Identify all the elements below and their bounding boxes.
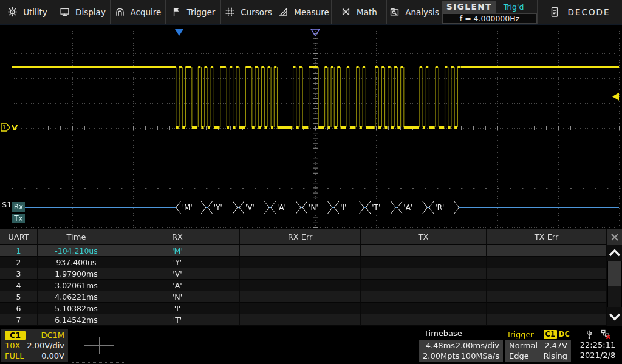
frequency-counter: f = 4.000000Hz	[442, 13, 537, 24]
table-cell: 4	[0, 280, 38, 291]
table-cell	[487, 268, 607, 280]
menu-item-display[interactable]: Display	[55, 0, 111, 24]
plus-icon	[99, 337, 100, 354]
menu-item-cursors[interactable]: Cursors	[221, 0, 276, 24]
trigger-type: Edge	[509, 351, 529, 361]
menu-item-label: Acquire	[131, 7, 162, 17]
table-row-4[interactable]: 43.02061ms'A'	[0, 280, 607, 291]
timebase-delay: -4.48ms	[423, 340, 455, 351]
table-cell: 'T'	[115, 314, 240, 326]
table-cell: 6	[0, 303, 38, 314]
table-cell	[487, 245, 607, 257]
measure-icon	[278, 7, 289, 17]
usb-icon	[584, 329, 594, 340]
vertical-scale: 2.00V/div	[27, 341, 64, 350]
menu-item-label: Utility	[23, 7, 47, 17]
cursors-icon	[225, 7, 235, 17]
trigger-label: Trigger	[507, 330, 534, 339]
gear-icon	[7, 7, 18, 17]
table-cell	[487, 280, 607, 291]
table-header-cell: TX	[361, 229, 487, 245]
bandwidth-limit: FULL	[5, 351, 24, 360]
table-cell	[240, 280, 361, 291]
table-cell: 'A'	[115, 280, 240, 291]
table-cell	[487, 314, 607, 326]
channel-coupling: DC1M	[41, 331, 64, 340]
table-header-cell: RX Err	[240, 229, 361, 245]
table-cell: 4.06221ms	[38, 291, 115, 303]
scroll-up-button[interactable]	[607, 245, 622, 261]
rx-badge[interactable]: Rx	[12, 202, 25, 212]
analysis-icon	[389, 7, 400, 17]
table-cell: 5.10382ms	[38, 303, 115, 314]
trigger-info-box[interactable]: Trigger C1 DC Normal 2.47V Edge Rising	[505, 329, 571, 362]
table-row-7[interactable]: 76.14542ms'T'	[0, 314, 607, 326]
menu-item-math[interactable]: Math	[332, 0, 387, 24]
table-cell	[240, 303, 361, 314]
scroll-down-button[interactable]	[607, 307, 622, 326]
oscilloscope-screen: UtilityDisplayAcquireTriggerCursorsMeasu…	[0, 0, 622, 364]
table-scrollbar[interactable]	[608, 261, 621, 307]
menu-item-label: Display	[75, 7, 106, 17]
table-cell	[361, 303, 487, 314]
menu-item-measure[interactable]: Measure	[276, 0, 332, 24]
table-header-cell: TX Err	[487, 229, 607, 245]
table-cell: 'M'	[115, 245, 240, 257]
timebase-info-box[interactable]: Timebase -4.48ms 2.00ms/div 2.00Mpts 100…	[419, 329, 503, 362]
table-cell	[361, 280, 487, 291]
system-time: 22:25:11	[573, 340, 622, 350]
table-cell	[240, 314, 361, 326]
table-cell	[240, 291, 361, 303]
channel-1-info-box[interactable]: C1 DC1M 10X 2.00V/div FULL 0.00V	[1, 329, 68, 362]
table-cell	[487, 291, 607, 303]
table-row-5[interactable]: 54.06221ms'N'	[0, 291, 607, 303]
table-header-cell: UART	[0, 229, 38, 245]
table-cell: 7	[0, 314, 38, 326]
table-close-button[interactable]	[607, 229, 622, 245]
table-row-3[interactable]: 31.97900ms'V'	[0, 268, 607, 280]
table-cell: 1	[0, 245, 38, 257]
acquire-icon	[115, 7, 125, 17]
table-cell	[240, 257, 361, 268]
clipboard-icon	[550, 6, 559, 18]
flag-icon	[171, 7, 182, 17]
table-row-1[interactable]: 1-104.210us'M'	[0, 245, 607, 257]
waveform-display[interactable]	[0, 25, 622, 229]
probe-attenuation: 10X	[5, 341, 20, 350]
vertical-offset: 0.00V	[41, 351, 64, 360]
table-row-6[interactable]: 65.10382ms'I'	[0, 303, 607, 314]
table-cell: 'V'	[115, 268, 240, 280]
menu-item-utility[interactable]: Utility	[0, 0, 55, 24]
trigger-level: 2.47V	[544, 340, 567, 351]
memory-depth: 2.00Mpts	[423, 351, 459, 361]
channel-1-badge[interactable]: C1	[5, 331, 26, 340]
table-cell: 'I'	[115, 303, 240, 314]
trigger-coupling: DC	[559, 330, 570, 339]
table-side-controls	[607, 229, 622, 326]
table-cell	[240, 245, 361, 257]
table-cell: 3.02061ms	[38, 280, 115, 291]
table-cell	[240, 268, 361, 280]
table-cell	[361, 257, 487, 268]
menu-item-label: Cursors	[241, 7, 272, 17]
menu-item-analysis[interactable]: Analysis	[387, 0, 442, 24]
scrollbar-thumb[interactable]	[608, 261, 621, 286]
menu-item-trigger[interactable]: Trigger	[166, 0, 221, 24]
menu-bar-items: UtilityDisplayAcquireTriggerCursorsMeasu…	[0, 0, 442, 24]
table-row-2[interactable]: 2937.400us'Y'	[0, 257, 607, 268]
brand-block: SIGLENT Trig'd f = 4.000000Hz	[442, 0, 537, 24]
table-cell	[361, 245, 487, 257]
decode-dialog-title[interactable]: DECODE	[537, 0, 622, 24]
table-cell: -104.210us	[38, 245, 115, 257]
tx-badge[interactable]: Tx	[12, 214, 25, 223]
add-channel-placeholder[interactable]	[72, 329, 126, 363]
timebase-scale: 2.00ms/div	[456, 340, 499, 351]
table-cell	[487, 257, 607, 268]
menu-item-acquire[interactable]: Acquire	[111, 0, 166, 24]
display-icon	[60, 7, 70, 17]
table-cell	[361, 268, 487, 280]
menu-item-label: Measure	[294, 7, 329, 17]
table-header-cell: Time	[38, 229, 115, 245]
system-date: 2021/2/8	[573, 350, 622, 360]
table-cell	[361, 291, 487, 303]
